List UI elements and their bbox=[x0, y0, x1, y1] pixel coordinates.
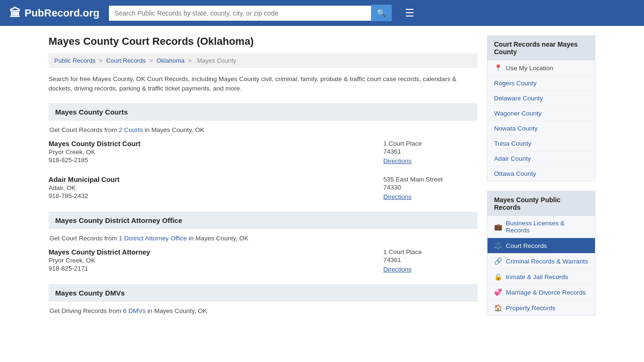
breadcrumb-current: Mayes County bbox=[197, 57, 236, 64]
sidebar-county-ottawa[interactable]: Ottawa County bbox=[487, 166, 595, 181]
court-right-da: 1 Court Place 74361 Directions bbox=[383, 248, 478, 273]
directions-link-district[interactable]: Directions bbox=[383, 157, 412, 165]
court-right-adair: 535 East Main Street 74330 Directions bbox=[383, 176, 478, 200]
sidebar-item-court-records[interactable]: ⚖️ Court Records bbox=[487, 238, 595, 254]
court-zip-district: 74361 bbox=[383, 148, 478, 155]
court-city-adair: Adair, OK bbox=[49, 184, 383, 191]
court-entry-da: Mayes County District Attorney Pryor Cre… bbox=[49, 248, 478, 275]
breadcrumb: Public Records > Court Records > Oklahom… bbox=[49, 53, 478, 68]
breadcrumb-public-records[interactable]: Public Records bbox=[54, 57, 95, 64]
marriage-icon: 💞 bbox=[494, 288, 502, 296]
court-address-da: 1 Court Place bbox=[383, 248, 478, 255]
breadcrumb-court-records[interactable]: Court Records bbox=[106, 57, 146, 64]
court-zip-da: 74361 bbox=[383, 256, 478, 263]
search-input[interactable] bbox=[109, 6, 371, 21]
breadcrumb-sep3: > bbox=[188, 57, 193, 64]
sidebar-county-adair[interactable]: Adair County bbox=[487, 151, 595, 166]
search-area: 🔍 bbox=[109, 5, 392, 21]
breadcrumb-sep2: > bbox=[149, 57, 155, 64]
use-location-item[interactable]: 📍 Use My Location bbox=[487, 60, 595, 76]
sidebar-county-wagoner[interactable]: Wagoner County bbox=[487, 106, 595, 121]
sidebar-county-tulsa[interactable]: Tulsa County bbox=[487, 136, 595, 151]
breadcrumb-oklahoma[interactable]: Oklahoma bbox=[157, 57, 184, 64]
sidebar-county-rogers[interactable]: Rogers County bbox=[487, 76, 595, 91]
logo-icon: 🏛 bbox=[9, 7, 21, 20]
sidebar: Court Records near Mayes County 📍 Use My… bbox=[487, 35, 595, 325]
menu-button[interactable]: ☰ bbox=[405, 7, 414, 19]
da-section-desc: Get Court Records from 1 District Attorn… bbox=[49, 235, 478, 242]
logo[interactable]: 🏛 PubRecord.org bbox=[9, 7, 99, 20]
sidebar-county-nowata[interactable]: Nowata County bbox=[487, 121, 595, 136]
sidebar-county-delaware[interactable]: Delaware County bbox=[487, 91, 595, 106]
court-address-district: 1 Court Place bbox=[383, 140, 478, 147]
court-phone-adair: 918-785-2432 bbox=[49, 192, 383, 199]
nearby-box: Court Records near Mayes County 📍 Use My… bbox=[487, 35, 595, 181]
dmv-section-desc: Get Driving Records from 6 DMVs in Mayes… bbox=[49, 307, 478, 314]
sidebar-item-business[interactable]: 💼 Business Licenses & Records bbox=[487, 216, 595, 238]
property-icon: 🏠 bbox=[494, 304, 502, 312]
main-container: Mayes County Court Records (Oklahoma) Pu… bbox=[39, 26, 605, 335]
court-left-da: Mayes County District Attorney Pryor Cre… bbox=[49, 248, 383, 273]
court-left-district: Mayes County District Court Pryor Creek,… bbox=[49, 140, 383, 165]
inmate-icon: 🔒 bbox=[494, 273, 502, 280]
logo-text: PubRecord.org bbox=[25, 7, 99, 19]
criminal-icon: 🔗 bbox=[494, 257, 502, 265]
courts-section-desc: Get Court Records from 2 Courts in Mayes… bbox=[49, 126, 478, 133]
site-header: 🏛 PubRecord.org 🔍 ☰ bbox=[0, 0, 644, 26]
location-icon: 📍 bbox=[494, 64, 502, 72]
court-zip-adair: 74330 bbox=[383, 184, 478, 191]
public-records-box: Mayes County Public Records 💼 Business L… bbox=[487, 191, 595, 316]
court-name-district: Mayes County District Court bbox=[49, 140, 383, 148]
court-name-adair: Adair Municipal Court bbox=[49, 176, 383, 183]
courts-section-header: Mayes County Courts bbox=[49, 103, 478, 121]
da-section-header: Mayes County District Attorney Office bbox=[49, 212, 478, 229]
court-phone-da: 918-825-2171 bbox=[49, 265, 383, 272]
court-entry-district: Mayes County District Court Pryor Creek,… bbox=[49, 140, 478, 166]
search-button[interactable]: 🔍 bbox=[371, 5, 392, 21]
sidebar-item-inmate[interactable]: 🔒 Inmate & Jail Records bbox=[487, 269, 595, 285]
court-phone-district: 918-825-2185 bbox=[49, 156, 383, 164]
court-icon: ⚖️ bbox=[494, 242, 502, 249]
court-city-da: Pryor Creek, OK bbox=[49, 257, 383, 264]
sidebar-item-criminal[interactable]: 🔗 Criminal Records & Warrants bbox=[487, 254, 595, 269]
public-records-header: Mayes County Public Records bbox=[487, 191, 595, 216]
court-right-district: 1 Court Place 74361 Directions bbox=[383, 140, 478, 165]
page-description: Search for free Mayes County, OK Court R… bbox=[49, 74, 478, 94]
court-left-adair: Adair Municipal Court Adair, OK 918-785-… bbox=[49, 176, 383, 200]
nearby-header: Court Records near Mayes County bbox=[487, 36, 595, 60]
court-city-district: Pryor Creek, OK bbox=[49, 148, 383, 156]
breadcrumb-sep1: > bbox=[99, 57, 104, 64]
sidebar-item-property[interactable]: 🏠 Property Records bbox=[487, 300, 595, 315]
sidebar-item-marriage[interactable]: 💞 Marriage & Divorce Records bbox=[487, 285, 595, 300]
court-entry-adair: Adair Municipal Court Adair, OK 918-785-… bbox=[49, 176, 478, 202]
use-location-label: Use My Location bbox=[506, 65, 553, 72]
page-title: Mayes County Court Records (Oklahoma) bbox=[49, 35, 478, 48]
directions-link-adair[interactable]: Directions bbox=[383, 193, 412, 200]
directions-link-da[interactable]: Directions bbox=[383, 266, 412, 273]
content-area: Mayes County Court Records (Oklahoma) Pu… bbox=[49, 35, 478, 325]
dmv-section-header: Mayes County DMVs bbox=[49, 284, 478, 302]
court-name-da: Mayes County District Attorney bbox=[49, 248, 383, 256]
court-address-adair: 535 East Main Street bbox=[383, 176, 478, 183]
business-icon: 💼 bbox=[494, 223, 502, 230]
